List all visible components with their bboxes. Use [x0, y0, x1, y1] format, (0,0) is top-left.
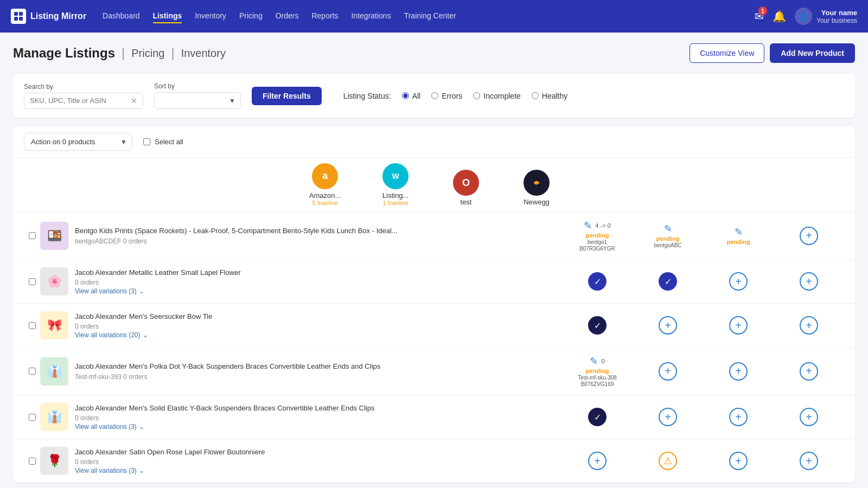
- status-add-icon[interactable]: +: [588, 452, 607, 470]
- nav-right: ✉ 1 🔔 👤 Your name Your business: [755, 8, 857, 25]
- edit-icon[interactable]: ✎: [584, 220, 592, 232]
- status-add-icon[interactable]: +: [659, 362, 677, 381]
- inventory-link[interactable]: Inventory: [181, 47, 226, 60]
- status-add-icon[interactable]: +: [729, 452, 748, 470]
- arrow-indicator: 0: [601, 358, 604, 364]
- channel-cell: +: [774, 355, 844, 387]
- edit-icon[interactable]: ✎: [590, 355, 598, 367]
- channel-inactive-listing: 1 Inactive: [382, 200, 408, 206]
- channel-cell: +: [703, 272, 774, 291]
- nav-link-pricing[interactable]: Pricing: [239, 9, 263, 23]
- user-menu[interactable]: 👤 Your name Your business: [795, 8, 857, 25]
- svg-rect-2: [14, 17, 18, 21]
- select-all-checkbox[interactable]: [143, 138, 150, 145]
- status-add-icon[interactable]: +: [800, 452, 818, 470]
- svg-text:W: W: [392, 172, 399, 181]
- status-add-icon[interactable]: +: [800, 362, 818, 381]
- status-add-icon[interactable]: +: [800, 408, 818, 426]
- product-variations-link[interactable]: View all variations (3) ⌄: [75, 467, 562, 474]
- row-checkbox[interactable]: [29, 368, 36, 375]
- sort-select[interactable]: [154, 92, 241, 109]
- product-variations-link[interactable]: View all variations (20) ⌄: [75, 331, 562, 339]
- row-checkbox[interactable]: [29, 322, 36, 329]
- status-warning-icon[interactable]: ⚠: [659, 452, 677, 470]
- status-all[interactable]: All: [402, 92, 421, 100]
- channel-cell: +: [774, 452, 844, 470]
- customize-view-button[interactable]: Customize View: [690, 43, 764, 63]
- row-checkbox-wrap: [24, 414, 40, 421]
- clear-search-icon[interactable]: ✕: [131, 97, 137, 105]
- status-check-dark-icon[interactable]: ✓: [588, 316, 607, 335]
- channel-cell: ⚠: [633, 452, 703, 470]
- svg-text:O: O: [462, 177, 470, 188]
- status-errors[interactable]: Errors: [431, 92, 462, 100]
- status-add-icon[interactable]: +: [800, 316, 818, 335]
- status-add-icon[interactable]: +: [729, 408, 748, 426]
- channel-cell: +: [703, 408, 774, 426]
- table-area: Action on 0 products ▼ Select all aAmazo…: [13, 126, 855, 483]
- product-row: 🎀Jacob Alexander Men's Seersucker Bow Ti…: [13, 304, 855, 348]
- chevron-down-icon: ⌄: [139, 467, 144, 474]
- search-input-wrap: ✕: [24, 93, 143, 109]
- row-checkbox-wrap: [24, 368, 40, 375]
- channel-inactive-amazon: 5 Inactive: [312, 200, 337, 206]
- row-checkbox[interactable]: [29, 458, 36, 465]
- product-variations-link[interactable]: View all variations (3) ⌄: [75, 423, 562, 431]
- row-checkbox[interactable]: [29, 278, 36, 285]
- listing-status-row: Listing Status: All Errors Incomplete He…: [343, 92, 568, 100]
- status-healthy[interactable]: Healthy: [532, 92, 567, 100]
- svg-rect-3: [19, 17, 23, 21]
- status-add-icon[interactable]: +: [800, 227, 818, 245]
- nav-link-listings[interactable]: Listings: [153, 9, 182, 23]
- status-check-icon[interactable]: ✓: [659, 272, 677, 291]
- nav-link-training center[interactable]: Training Center: [404, 9, 456, 23]
- messages-icon[interactable]: ✉ 1: [755, 10, 764, 23]
- product-info: Jacob Alexander Men's Polka Dot Y-Back S…: [75, 362, 562, 380]
- edit-icon[interactable]: ✎: [735, 226, 743, 238]
- channel-cell: +: [703, 355, 774, 387]
- status-incomplete[interactable]: Incomplete: [473, 92, 520, 100]
- status-add-icon[interactable]: +: [659, 316, 677, 335]
- channel-cell: +: [774, 408, 844, 426]
- channel-cell: +: [633, 316, 703, 335]
- status-add-icon[interactable]: +: [729, 316, 748, 335]
- channel-cell: +: [774, 220, 844, 252]
- add-new-product-button[interactable]: Add New Product: [770, 43, 855, 63]
- logo[interactable]: Listing Mirror: [11, 9, 86, 24]
- edit-icon[interactable]: ✎: [664, 223, 672, 235]
- notifications-icon[interactable]: 🔔: [773, 10, 786, 23]
- search-input[interactable]: [30, 97, 127, 105]
- nav-link-orders[interactable]: Orders: [276, 9, 299, 23]
- status-add-icon[interactable]: +: [800, 272, 818, 291]
- channel-avatar-listing: W: [382, 163, 409, 189]
- nav-link-dashboard[interactable]: Dashboard: [103, 9, 140, 23]
- product-meta: 0 orders: [75, 323, 562, 330]
- status-add-icon[interactable]: +: [729, 362, 748, 381]
- channel-name-newegg: Newegg: [524, 198, 550, 206]
- action-select[interactable]: Action on 0 products: [24, 133, 132, 151]
- status-add-icon[interactable]: +: [659, 408, 677, 426]
- product-variations-link[interactable]: View all variations (3) ⌄: [75, 287, 562, 295]
- channel-cell: ✎pending: [703, 220, 774, 252]
- product-info: Jacob Alexander Metallic Leather Small L…: [75, 268, 562, 295]
- nav-link-integrations[interactable]: Integrations: [352, 9, 391, 23]
- row-checkbox[interactable]: [29, 414, 36, 421]
- status-check-dark-icon[interactable]: ✓: [588, 408, 607, 426]
- nav-link-reports[interactable]: Reports: [311, 9, 338, 23]
- listing-status-label: Listing Status:: [343, 92, 391, 100]
- chevron-down-icon: ⌄: [139, 423, 144, 431]
- pricing-link[interactable]: Pricing: [131, 47, 164, 60]
- status-check-icon[interactable]: ✓: [588, 272, 607, 291]
- row-checkbox[interactable]: [29, 232, 36, 239]
- select-all-row: Select all: [143, 138, 183, 146]
- filter-results-button[interactable]: Filter Results: [252, 87, 322, 105]
- channel-cell: ✓: [562, 272, 633, 291]
- pending-label: pending: [586, 232, 609, 239]
- status-add-icon[interactable]: +: [729, 272, 748, 291]
- channel-name-amazon: Amazon...: [309, 191, 341, 200]
- product-title: Jacob Alexander Men's Seersucker Bow Tie: [75, 312, 562, 322]
- nav-link-inventory[interactable]: Inventory: [195, 9, 226, 23]
- page-title: Manage Listings: [13, 46, 115, 61]
- sort-select-wrap: ▼: [154, 92, 241, 109]
- sort-label: Sort by: [154, 82, 241, 90]
